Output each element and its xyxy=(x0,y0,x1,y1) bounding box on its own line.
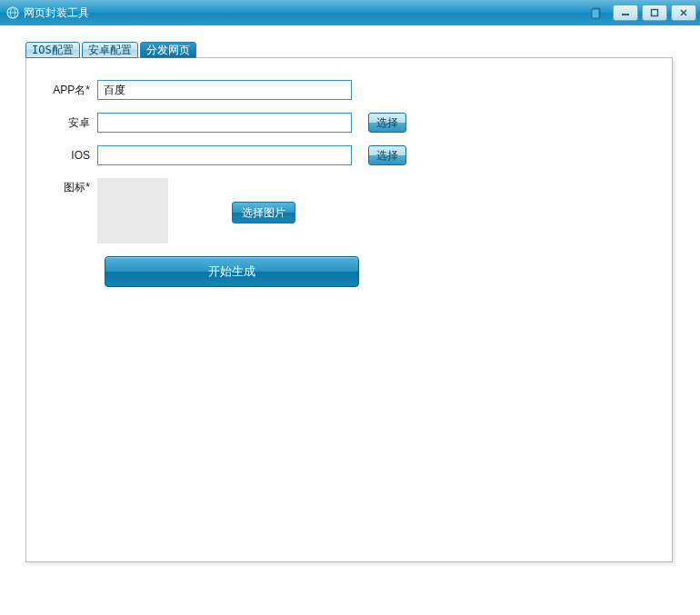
choose-ios-button[interactable]: 选择 xyxy=(368,145,406,165)
app-icon xyxy=(5,5,20,20)
choose-android-button[interactable]: 选择 xyxy=(368,113,406,133)
content-area: IOS配置 安卓配置 分发网页 APP名* 安卓 选择 IOS 选择 图标* xyxy=(0,25,700,590)
choose-image-button[interactable]: 选择图片 xyxy=(232,202,295,223)
window-title: 网页封装工具 xyxy=(24,5,587,21)
app-window: 网页封装工具 IOS配置 xyxy=(0,0,700,615)
tab-bar: IOS配置 安卓配置 分发网页 xyxy=(25,42,675,58)
titlebar[interactable]: 网页封装工具 xyxy=(0,0,700,25)
maximize-button[interactable] xyxy=(642,5,667,21)
input-app-name[interactable] xyxy=(97,80,352,100)
input-ios-path[interactable] xyxy=(97,145,352,165)
label-android: 安卓 xyxy=(45,115,97,131)
tab-ios-config[interactable]: IOS配置 xyxy=(25,42,80,58)
row-android: 安卓 选择 xyxy=(45,113,654,133)
label-icon: 图标* xyxy=(45,178,97,195)
label-app-name: APP名* xyxy=(45,83,97,98)
close-button[interactable] xyxy=(671,5,696,21)
svg-line-8 xyxy=(681,10,686,15)
tab-android-config[interactable]: 安卓配置 xyxy=(82,42,138,58)
settings-icon[interactable] xyxy=(587,5,605,20)
row-app-name: APP名* xyxy=(45,80,654,100)
svg-rect-6 xyxy=(652,10,658,16)
generate-button[interactable]: 开始生成 xyxy=(105,256,359,287)
row-ios: IOS 选择 xyxy=(45,145,654,165)
svg-rect-4 xyxy=(592,9,599,18)
label-ios: IOS xyxy=(45,149,97,162)
row-icon: 图标* 选择图片 xyxy=(45,178,654,243)
minimize-button[interactable] xyxy=(613,5,638,21)
input-android-path[interactable] xyxy=(97,113,352,133)
window-controls xyxy=(587,5,696,21)
icon-preview xyxy=(97,178,168,243)
svg-line-7 xyxy=(681,10,686,15)
form-panel: APP名* 安卓 选择 IOS 选择 图标* 选择图片 开始生成 xyxy=(25,57,673,562)
tab-distribute[interactable]: 分发网页 xyxy=(140,42,196,58)
